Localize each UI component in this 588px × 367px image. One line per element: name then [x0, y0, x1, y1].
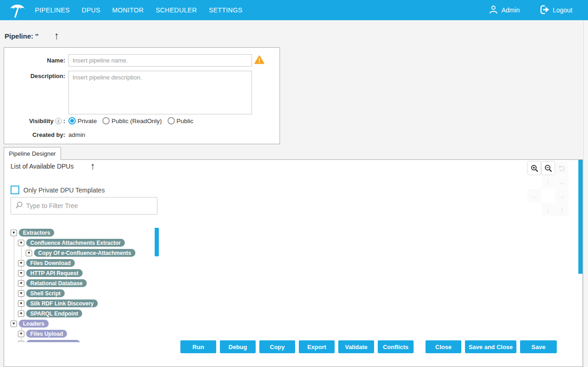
tree-node-files-download[interactable]: ▼ Files Download — [18, 259, 157, 267]
tree-node-silk-rdf-link-discovery[interactable]: ▼ Silk RDF Link Discovery — [18, 299, 157, 307]
pipeline-detail-form: Name: Description: Visibility i : — [4, 47, 280, 144]
tree-node-label[interactable]: Files Download — [26, 259, 75, 267]
move-left-button[interactable]: ← — [528, 189, 541, 202]
radio-private[interactable] — [68, 117, 76, 124]
expander-icon[interactable]: ▼ — [26, 250, 32, 256]
dpu-template-tree: ▼ Extractors ▼ Confluence Attachments Ex… — [4, 229, 157, 342]
expander-icon[interactable]: ▼ — [18, 260, 24, 266]
tree-node-label[interactable]: HTTP API Request — [26, 269, 83, 277]
umbrella-logo-icon[interactable] — [8, 1, 27, 19]
expander-icon[interactable]: ▼ — [18, 331, 24, 337]
tree-node-relational-database[interactable]: ▼ Relational Database — [18, 279, 157, 287]
expander-icon[interactable]: ▼ — [11, 230, 17, 236]
move-down-button[interactable]: ↓ — [542, 203, 554, 216]
nav-settings[interactable]: SETTINGS — [209, 6, 242, 14]
warning-icon — [254, 55, 264, 67]
nav-dpus[interactable]: DPUS — [82, 6, 101, 14]
tree-node-clipped[interactable]: ▼ — [18, 340, 157, 342]
top-nav-bar: PIPELINES DPUS MONITOR SCHEDULER SETTING… — [0, 0, 588, 20]
only-private-checkbox-label: Only Private DPU Templates — [23, 186, 105, 194]
tree-node-label[interactable]: Copy Of e-Confluence-Attachments — [34, 249, 135, 257]
expander-icon[interactable]: ▼ — [18, 240, 24, 246]
dpu-tree-filter-input[interactable] — [26, 202, 153, 209]
visibility-private-option[interactable]: Private — [68, 117, 97, 124]
undo-button[interactable] — [555, 162, 568, 175]
collapse-form-arrow-icon[interactable]: ↑ — [54, 31, 59, 40]
validate-button[interactable]: Validate — [338, 340, 374, 353]
only-private-templates-checkbox-row[interactable]: Only Private DPU Templates — [11, 186, 105, 194]
resize-vertical-button[interactable]: ↕ — [555, 203, 568, 216]
tree-node-files-upload[interactable]: ▼ Files Upload — [18, 330, 157, 338]
tree-node-label[interactable]: Files Upload — [26, 330, 67, 338]
expander-icon[interactable]: ▼ — [18, 311, 24, 317]
nav-pipelines[interactable]: PIPELINES — [35, 6, 70, 14]
conflicts-button[interactable]: Conflicts — [378, 340, 414, 353]
main-menu: PIPELINES DPUS MONITOR SCHEDULER SETTING… — [35, 6, 242, 14]
topbar-right: Admin Logout — [488, 4, 572, 17]
expander-icon[interactable]: ▼ — [18, 341, 24, 343]
window-scrollbar-track[interactable] — [583, 20, 588, 367]
name-label: Name: — [4, 54, 68, 67]
tree-node-label[interactable]: Confluence Attachments Extractor — [26, 239, 125, 247]
copy-button[interactable]: Copy — [259, 340, 295, 353]
page-heading: Pipeline: '' ↑ — [5, 31, 59, 40]
logout-label: Logout — [553, 6, 572, 14]
expander-icon[interactable]: ▼ — [18, 300, 24, 307]
dpu-filter-field[interactable] — [11, 197, 157, 215]
logout-button[interactable]: Logout — [539, 4, 572, 17]
radio-public-readonly[interactable] — [102, 117, 110, 124]
debug-button[interactable]: Debug — [220, 340, 256, 353]
pipeline-description-input[interactable] — [68, 71, 252, 114]
tree-node-http-api-request[interactable]: ▼ HTTP API Request — [18, 269, 157, 277]
tree-node-label[interactable]: Silk RDF Link Discovery — [26, 299, 98, 307]
tree-node-shell-script[interactable]: ▼ Shell Script — [18, 289, 157, 297]
tree-node-label[interactable]: Extractors — [19, 229, 54, 237]
export-button[interactable]: Export — [299, 340, 335, 353]
resize-horizontal-button[interactable]: ↔ — [555, 175, 568, 188]
zoom-out-button[interactable] — [542, 162, 554, 175]
visibility-public-option[interactable]: Public — [168, 117, 194, 124]
expander-icon[interactable]: ▼ — [18, 290, 24, 297]
app-window: PIPELINES DPUS MONITOR SCHEDULER SETTING… — [0, 0, 588, 367]
close-button[interactable]: Close — [426, 340, 461, 353]
expander-icon[interactable]: ▼ — [18, 270, 24, 277]
nav-monitor[interactable]: MONITOR — [112, 6, 144, 14]
save-and-close-button[interactable]: Save and Close — [465, 340, 516, 353]
tree-node-sparql-endpoint[interactable]: ▼ SPARQL Endpoint — [18, 310, 157, 317]
collapse-dpu-list-arrow-icon[interactable]: ↑ — [90, 162, 95, 171]
move-up-button[interactable]: ↑ — [542, 175, 554, 188]
radio-public[interactable] — [168, 117, 175, 124]
tab-pipeline-designer[interactable]: Pipeline Designer — [4, 147, 61, 160]
tree-node-label[interactable]: Loaders — [19, 320, 49, 327]
tree-guide-line — [14, 237, 14, 324]
expander-icon[interactable]: ▼ — [18, 280, 24, 287]
tree-node-label[interactable]: Shell Script — [26, 289, 65, 297]
tree-node-loaders[interactable]: ▼ Loaders — [11, 320, 157, 327]
zoom-in-button[interactable] — [528, 162, 541, 175]
visibility-colon: : — [63, 118, 65, 124]
page-title: Pipeline: '' — [5, 32, 39, 40]
canvas-scrollbar-thumb[interactable] — [578, 160, 582, 274]
radio-private-label: Private — [78, 118, 97, 124]
only-private-checkbox[interactable] — [11, 186, 19, 194]
nav-scheduler[interactable]: SCHEDULER — [156, 6, 197, 14]
user-name-label: Admin — [501, 6, 520, 14]
tree-node-label[interactable] — [26, 340, 80, 342]
expander-icon[interactable]: ▼ — [11, 321, 17, 327]
tree-node-extractors[interactable]: ▼ Extractors — [11, 229, 157, 237]
tree-node-label[interactable]: SPARQL Endpoint — [26, 310, 82, 317]
run-button[interactable]: Run — [180, 340, 216, 353]
tab-label: Pipeline Designer — [9, 150, 56, 157]
tree-node-label[interactable]: Relational Database — [26, 279, 87, 287]
radio-public-label: Public — [177, 118, 194, 124]
visibility-label: Visibility — [29, 118, 53, 124]
radio-public-readonly-label: Public (ReadOnly) — [112, 118, 162, 124]
save-button[interactable]: Save — [520, 340, 557, 353]
pipeline-name-input[interactable] — [68, 54, 252, 67]
move-right-button[interactable]: → — [555, 189, 568, 202]
info-icon[interactable]: i — [55, 118, 62, 124]
tree-node-confluence-attachments-extractor[interactable]: ▼ Confluence Attachments Extractor — [18, 239, 157, 247]
tree-node-copy-of-e-confluence-attachments[interactable]: ▼ Copy Of e-Confluence-Attachments — [26, 249, 157, 257]
visibility-public-readonly-option[interactable]: Public (ReadOnly) — [102, 117, 162, 124]
user-menu[interactable]: Admin — [488, 5, 520, 16]
